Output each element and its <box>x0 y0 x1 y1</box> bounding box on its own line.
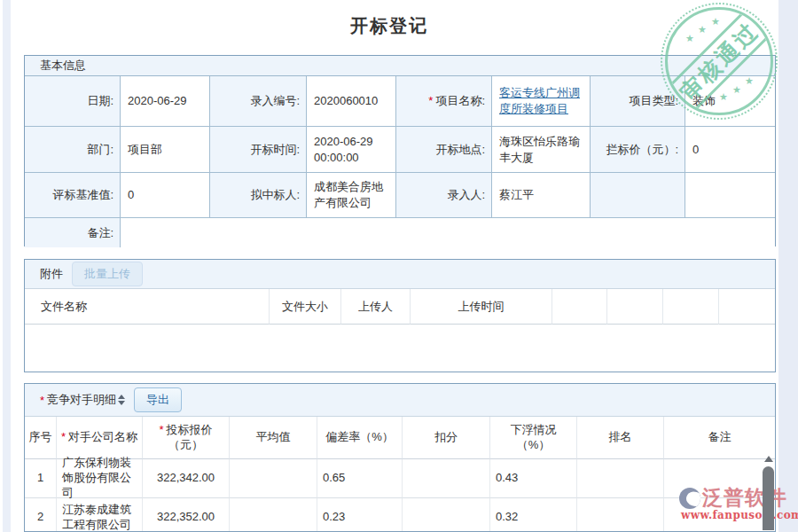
attachments-section: 附件 批量上传 文件名称 文件大小 上传人 上传时间 <box>24 259 776 372</box>
col-float-down: 下浮情况 （%） <box>490 417 577 459</box>
competitors-table-header: 序号 *对手公司名称 *投标报价 （元） 平均值 偏差率（%） 扣分 下浮情况 … <box>25 417 775 459</box>
cell-company: 江苏泰成建筑工程有限公司 <box>57 498 143 532</box>
left-edge-strip <box>3 0 11 532</box>
attachments-empty-body <box>25 325 775 372</box>
col-empty <box>607 289 663 325</box>
cell-average <box>230 498 317 532</box>
col-deviation: 偏差率（%） <box>317 417 403 459</box>
right-edge-strip <box>778 0 798 532</box>
cell-deviation: 0.23 <box>317 498 403 532</box>
attachments-header: 附件 批量上传 <box>25 260 775 289</box>
basic-info-header: 基本信息 <box>25 56 775 76</box>
field-value-entry-no: 2020060010 <box>307 76 396 127</box>
field-value-proposed-winner: 成都美合房地产有限公司 <box>307 173 396 218</box>
col-uploader: 上传人 <box>341 289 411 325</box>
project-name-link[interactable]: 客运专线广州调度所装修项目 <box>499 85 583 116</box>
cell-bid-price: 322,352.00 <box>143 498 230 532</box>
competitor-row: 2 江苏泰成建筑工程有限公司 322,352.00 0.23 0.32 <box>25 498 775 532</box>
cell-deduction <box>403 459 490 498</box>
sort-down-icon <box>118 401 125 405</box>
col-empty <box>552 289 607 325</box>
basic-info-title: 基本信息 <box>40 58 86 74</box>
cell-seq: 1 <box>25 459 57 498</box>
col-bid-price: *投标报价 （元） <box>143 417 230 459</box>
required-mark: * <box>40 394 44 407</box>
cell-rank <box>577 459 664 498</box>
field-value-department: 项目部 <box>121 127 210 173</box>
col-empty <box>663 289 719 325</box>
scrollbar-thumb[interactable] <box>763 466 774 530</box>
cell-bid-price: 322,342.00 <box>143 459 230 498</box>
attachments-table-header: 文件名称 文件大小 上传人 上传时间 <box>25 289 775 325</box>
col-company: *对手公司名称 <box>57 417 143 459</box>
field-label-project-name: * 项目名称: <box>396 76 492 127</box>
col-seq: 序号 <box>25 417 57 459</box>
field-label-date: 日期: <box>25 76 121 127</box>
page-title: 开标登记 <box>0 14 778 38</box>
basic-info-grid: 日期: 2020-06-29 录入编号: 2020060010 * 项目名称: … <box>25 76 775 247</box>
field-value-project-type: 装饰 <box>685 76 775 127</box>
field-value-open-time: 2020-06-29 00:00:00 <box>307 127 396 173</box>
attachments-title: 附件 <box>40 266 63 282</box>
col-average: 平均值 <box>230 417 317 459</box>
field-label-ceiling-price: 拦标价（元）: <box>591 127 685 173</box>
required-mark: * <box>428 93 433 109</box>
field-value-empty <box>685 173 775 218</box>
competitors-section: * 竞争对手明细 导出 序号 *对手公司名称 *投标报价 （元） 平均值 <box>24 383 776 532</box>
cell-float-down: 0.32 <box>490 498 577 532</box>
field-label-text: 项目名称: <box>435 93 485 109</box>
field-label-department: 部门: <box>25 127 121 173</box>
col-file-name: 文件名称 <box>25 289 270 325</box>
cell-deduction <box>403 498 490 532</box>
competitors-header: * 竞争对手明细 导出 <box>25 384 775 417</box>
field-value-benchmark: 0 <box>121 173 210 218</box>
page: 开标登记 审核通过 ★ ★ ★ ★ ★ ★ 基本信息 日期: 2020-06-2… <box>0 0 798 532</box>
col-deduction: 扣分 <box>403 417 490 459</box>
competitors-title: 竞争对手明细 <box>47 392 116 408</box>
cell-float-down: 0.43 <box>490 459 577 498</box>
field-value-project-name: 客运专线广州调度所装修项目 <box>492 76 591 127</box>
field-value-ceiling-price: 0 <box>685 127 775 173</box>
required-mark: * <box>159 423 163 438</box>
field-label-open-place: 开标地点: <box>396 127 492 173</box>
field-label-open-time: 开标时间: <box>210 127 307 173</box>
field-value-open-place: 海珠区怡乐路瑜丰大厦 <box>492 127 591 173</box>
scroll-up-icon[interactable] <box>764 456 773 462</box>
field-value-recorder: 蔡江平 <box>492 173 591 218</box>
field-label-project-type: 项目类型: <box>591 76 685 127</box>
export-button[interactable]: 导出 <box>134 387 182 412</box>
col-empty <box>719 289 775 325</box>
cell-company: 广东保利物装饰股份有限公司 <box>57 459 143 498</box>
col-upload-time: 上传时间 <box>411 289 552 325</box>
sort-toggle[interactable] <box>118 395 125 405</box>
field-label-remark: 备注: <box>25 218 121 247</box>
field-label-entry-no: 录入编号: <box>210 76 307 127</box>
sort-up-icon <box>118 395 125 399</box>
field-label-proposed-winner: 拟中标人: <box>210 173 307 218</box>
field-label-recorder: 录入人: <box>396 173 492 218</box>
cell-deviation: 0.65 <box>317 459 403 498</box>
field-label-benchmark: 评标基准值: <box>25 173 121 218</box>
cell-seq: 2 <box>25 498 57 532</box>
field-value-remark <box>121 218 775 247</box>
batch-upload-button[interactable]: 批量上传 <box>72 262 143 286</box>
required-mark: * <box>61 430 66 445</box>
competitor-row: 1 广东保利物装饰股份有限公司 322,342.00 0.65 0.43 <box>25 459 775 498</box>
basic-info-section: 基本信息 日期: 2020-06-29 录入编号: 2020060010 * 项… <box>24 55 776 246</box>
field-label-empty <box>591 173 685 218</box>
col-remark: 备注 <box>664 417 775 459</box>
col-rank: 排名 <box>577 417 664 459</box>
cell-rank <box>577 498 664 532</box>
table-scrollbar[interactable] <box>762 454 775 532</box>
cell-average <box>230 459 317 498</box>
field-value-date: 2020-06-29 <box>121 76 210 127</box>
col-file-size: 文件大小 <box>270 289 341 325</box>
fanpu-logo-icon <box>679 488 700 509</box>
